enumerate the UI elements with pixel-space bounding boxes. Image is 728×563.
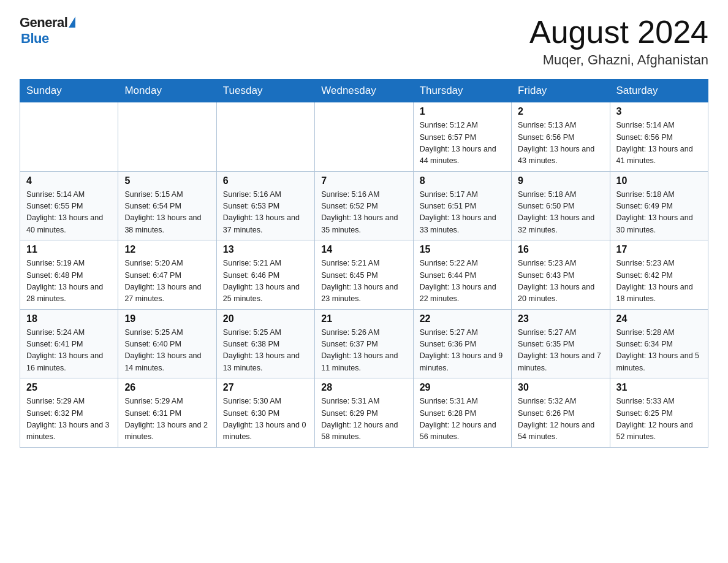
day-info: Sunrise: 5:17 AMSunset: 6:51 PMDaylight:… [420, 189, 505, 237]
weekday-header-friday: Friday [512, 80, 610, 102]
calendar-cell: 19Sunrise: 5:25 AMSunset: 6:40 PMDayligh… [118, 309, 216, 378]
calendar-cell: 31Sunrise: 5:33 AMSunset: 6:25 PMDayligh… [610, 378, 708, 448]
day-number: 20 [223, 313, 308, 324]
day-info: Sunrise: 5:16 AMSunset: 6:52 PMDaylight:… [321, 189, 406, 237]
calendar-cell: 24Sunrise: 5:28 AMSunset: 6:34 PMDayligh… [610, 309, 708, 378]
calendar-cell: 1Sunrise: 5:12 AMSunset: 6:57 PMDaylight… [413, 102, 511, 172]
calendar-cell: 30Sunrise: 5:32 AMSunset: 6:26 PMDayligh… [512, 378, 610, 448]
calendar-cell: 12Sunrise: 5:20 AMSunset: 6:47 PMDayligh… [118, 240, 216, 310]
day-number: 3 [616, 106, 702, 117]
day-number: 30 [518, 382, 603, 393]
day-info: Sunrise: 5:31 AMSunset: 6:29 PMDaylight:… [321, 396, 406, 443]
calendar-cell [118, 102, 216, 172]
calendar-week-row: 11Sunrise: 5:19 AMSunset: 6:48 PMDayligh… [20, 240, 708, 310]
calendar-cell: 18Sunrise: 5:24 AMSunset: 6:41 PMDayligh… [20, 309, 118, 378]
day-info: Sunrise: 5:30 AMSunset: 6:30 PMDaylight:… [223, 396, 308, 443]
day-number: 5 [124, 175, 210, 186]
day-number: 10 [616, 175, 702, 186]
day-number: 17 [616, 244, 702, 255]
day-number: 26 [124, 382, 210, 393]
calendar-cell [20, 102, 118, 172]
day-info: Sunrise: 5:14 AMSunset: 6:56 PMDaylight:… [616, 120, 702, 167]
weekday-header-wednesday: Wednesday [315, 80, 413, 102]
calendar-cell: 8Sunrise: 5:17 AMSunset: 6:51 PMDaylight… [413, 171, 511, 240]
title-block: August 2024 Muqer, Ghazni, Afghanistan [529, 15, 708, 68]
day-info: Sunrise: 5:24 AMSunset: 6:41 PMDaylight:… [26, 327, 112, 375]
day-number: 31 [616, 382, 702, 393]
day-info: Sunrise: 5:15 AMSunset: 6:54 PMDaylight:… [124, 189, 210, 237]
day-info: Sunrise: 5:29 AMSunset: 6:31 PMDaylight:… [124, 396, 210, 443]
weekday-header-saturday: Saturday [610, 80, 708, 102]
day-number: 27 [223, 382, 308, 393]
calendar-week-row: 1Sunrise: 5:12 AMSunset: 6:57 PMDaylight… [20, 102, 708, 172]
day-number: 18 [26, 313, 112, 324]
calendar-cell: 2Sunrise: 5:13 AMSunset: 6:56 PMDaylight… [512, 102, 610, 172]
calendar-cell: 13Sunrise: 5:21 AMSunset: 6:46 PMDayligh… [216, 240, 314, 310]
logo: General Blue [20, 15, 75, 47]
calendar-cell: 23Sunrise: 5:27 AMSunset: 6:35 PMDayligh… [512, 309, 610, 378]
day-info: Sunrise: 5:33 AMSunset: 6:25 PMDaylight:… [616, 396, 702, 443]
day-number: 25 [26, 382, 112, 393]
calendar-cell: 29Sunrise: 5:31 AMSunset: 6:28 PMDayligh… [413, 378, 511, 448]
calendar-cell [315, 102, 413, 172]
day-info: Sunrise: 5:13 AMSunset: 6:56 PMDaylight:… [518, 120, 603, 167]
day-number: 19 [124, 313, 210, 324]
day-number: 14 [321, 244, 406, 255]
calendar-cell: 21Sunrise: 5:26 AMSunset: 6:37 PMDayligh… [315, 309, 413, 378]
calendar-cell: 10Sunrise: 5:18 AMSunset: 6:49 PMDayligh… [610, 171, 708, 240]
day-number: 21 [321, 313, 406, 324]
day-number: 7 [321, 175, 406, 186]
calendar-cell: 25Sunrise: 5:29 AMSunset: 6:32 PMDayligh… [20, 378, 118, 448]
day-number: 11 [26, 244, 112, 255]
day-number: 24 [616, 313, 702, 324]
calendar-cell: 20Sunrise: 5:25 AMSunset: 6:38 PMDayligh… [216, 309, 314, 378]
day-info: Sunrise: 5:22 AMSunset: 6:44 PMDaylight:… [420, 258, 505, 305]
calendar-cell: 14Sunrise: 5:21 AMSunset: 6:45 PMDayligh… [315, 240, 413, 310]
calendar-cell: 26Sunrise: 5:29 AMSunset: 6:31 PMDayligh… [118, 378, 216, 448]
day-number: 28 [321, 382, 406, 393]
month-year-title: August 2024 [529, 15, 708, 50]
logo-triangle-icon [69, 17, 75, 28]
calendar-cell: 17Sunrise: 5:23 AMSunset: 6:42 PMDayligh… [610, 240, 708, 310]
calendar-cell: 5Sunrise: 5:15 AMSunset: 6:54 PMDaylight… [118, 171, 216, 240]
day-number: 9 [518, 175, 603, 186]
day-info: Sunrise: 5:19 AMSunset: 6:48 PMDaylight:… [26, 258, 112, 305]
day-number: 12 [124, 244, 210, 255]
day-number: 23 [518, 313, 603, 324]
day-number: 29 [420, 382, 505, 393]
day-info: Sunrise: 5:20 AMSunset: 6:47 PMDaylight:… [124, 258, 210, 305]
day-info: Sunrise: 5:29 AMSunset: 6:32 PMDaylight:… [26, 396, 112, 443]
calendar-week-row: 25Sunrise: 5:29 AMSunset: 6:32 PMDayligh… [20, 378, 708, 448]
weekday-header-sunday: Sunday [20, 80, 118, 102]
calendar-cell: 22Sunrise: 5:27 AMSunset: 6:36 PMDayligh… [413, 309, 511, 378]
day-info: Sunrise: 5:27 AMSunset: 6:36 PMDaylight:… [420, 327, 505, 375]
calendar-cell: 9Sunrise: 5:18 AMSunset: 6:50 PMDaylight… [512, 171, 610, 240]
day-info: Sunrise: 5:32 AMSunset: 6:26 PMDaylight:… [518, 396, 603, 443]
day-number: 1 [420, 106, 505, 117]
day-number: 4 [26, 175, 112, 186]
calendar-cell: 11Sunrise: 5:19 AMSunset: 6:48 PMDayligh… [20, 240, 118, 310]
location-subtitle: Muqer, Ghazni, Afghanistan [529, 52, 708, 68]
logo-general-text: General [20, 15, 67, 31]
calendar-cell: 7Sunrise: 5:16 AMSunset: 6:52 PMDaylight… [315, 171, 413, 240]
day-number: 13 [223, 244, 308, 255]
day-info: Sunrise: 5:28 AMSunset: 6:34 PMDaylight:… [616, 327, 702, 375]
day-info: Sunrise: 5:27 AMSunset: 6:35 PMDaylight:… [518, 327, 603, 375]
calendar-cell: 15Sunrise: 5:22 AMSunset: 6:44 PMDayligh… [413, 240, 511, 310]
day-number: 6 [223, 175, 308, 186]
calendar-week-row: 4Sunrise: 5:14 AMSunset: 6:55 PMDaylight… [20, 171, 708, 240]
calendar-cell: 3Sunrise: 5:14 AMSunset: 6:56 PMDaylight… [610, 102, 708, 172]
calendar-cell: 6Sunrise: 5:16 AMSunset: 6:53 PMDaylight… [216, 171, 314, 240]
calendar-cell: 28Sunrise: 5:31 AMSunset: 6:29 PMDayligh… [315, 378, 413, 448]
day-info: Sunrise: 5:18 AMSunset: 6:49 PMDaylight:… [616, 189, 702, 237]
calendar-cell: 27Sunrise: 5:30 AMSunset: 6:30 PMDayligh… [216, 378, 314, 448]
calendar-week-row: 18Sunrise: 5:24 AMSunset: 6:41 PMDayligh… [20, 309, 708, 378]
day-info: Sunrise: 5:21 AMSunset: 6:45 PMDaylight:… [321, 258, 406, 305]
day-info: Sunrise: 5:23 AMSunset: 6:43 PMDaylight:… [518, 258, 603, 305]
calendar-cell: 4Sunrise: 5:14 AMSunset: 6:55 PMDaylight… [20, 171, 118, 240]
weekday-header-monday: Monday [118, 80, 216, 102]
calendar-cell: 16Sunrise: 5:23 AMSunset: 6:43 PMDayligh… [512, 240, 610, 310]
day-info: Sunrise: 5:31 AMSunset: 6:28 PMDaylight:… [420, 396, 505, 443]
day-number: 2 [518, 106, 603, 117]
weekday-header-tuesday: Tuesday [216, 80, 314, 102]
